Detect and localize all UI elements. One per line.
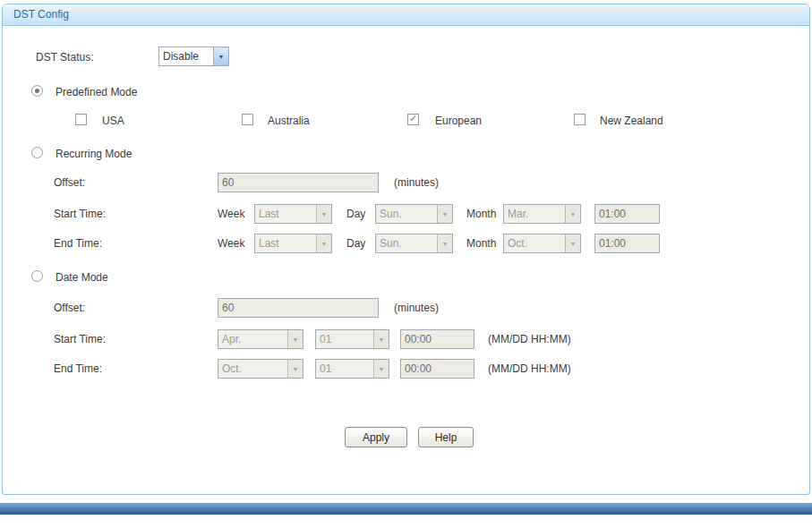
- date-start-time-input[interactable]: [400, 329, 474, 349]
- recurring-start-month-select[interactable]: Mar. ▼: [503, 204, 581, 224]
- recurring-end-month-label: Month: [466, 237, 496, 250]
- date-start-month-select[interactable]: Apr. ▼: [218, 329, 303, 349]
- recurring-end-week-value: Last: [255, 234, 316, 252]
- date-start-month-value: Apr.: [218, 330, 287, 348]
- date-end-day-value: 01: [316, 360, 373, 378]
- dst-status-select-value: Disable: [159, 47, 213, 65]
- predefined-mode-radio[interactable]: [31, 85, 43, 97]
- date-end-month-value: Oct.: [218, 360, 287, 378]
- date-mode-label: Date Mode: [56, 271, 108, 284]
- recurring-end-time-label: End Time:: [54, 237, 102, 250]
- date-end-day-select[interactable]: 01 ▼: [315, 359, 389, 379]
- date-start-format-hint: (MM/DD HH:MM): [488, 333, 571, 345]
- recurring-start-time-input[interactable]: [594, 204, 660, 224]
- chevron-down-icon: ▼: [373, 360, 389, 378]
- australia-checkbox[interactable]: ✓: [242, 114, 253, 125]
- recurring-offset-input[interactable]: [218, 173, 379, 192]
- check-icon: ✓: [409, 113, 417, 124]
- dst-status-label: DST Status:: [36, 51, 93, 64]
- date-end-format-hint: (MM/DD HH:MM): [488, 362, 571, 375]
- dst-status-select[interactable]: Disable ▼: [158, 47, 229, 66]
- date-end-month-select[interactable]: Oct. ▼: [218, 359, 303, 379]
- usa-label: USA: [102, 115, 124, 127]
- recurring-end-month-value: Oct.: [504, 234, 565, 252]
- new-zealand-checkbox[interactable]: ✓: [574, 114, 585, 125]
- date-start-day-select[interactable]: 01 ▼: [315, 329, 389, 349]
- recurring-end-month-select[interactable]: Oct. ▼: [503, 234, 581, 253]
- recurring-end-week-select[interactable]: Last ▼: [254, 234, 332, 253]
- recurring-offset-unit-label: (minutes): [394, 176, 439, 189]
- help-button[interactable]: Help: [418, 427, 474, 447]
- chevron-down-icon: ▼: [287, 330, 303, 348]
- recurring-start-week-value: Last: [255, 205, 316, 223]
- chevron-down-icon: ▼: [316, 205, 331, 223]
- date-mode-radio[interactable]: [31, 270, 43, 282]
- bottom-divider-bar: [0, 503, 812, 515]
- chevron-down-icon: ▼: [316, 234, 331, 252]
- recurring-start-day-select[interactable]: Sun. ▼: [375, 204, 453, 224]
- new-zealand-label: New Zealand: [600, 115, 663, 127]
- australia-label: Australia: [268, 115, 310, 127]
- date-offset-label: Offset:: [54, 302, 85, 314]
- recurring-start-day-value: Sun.: [376, 205, 437, 223]
- recurring-end-day-select[interactable]: Sun. ▼: [375, 234, 453, 253]
- recurring-mode-label: Recurring Mode: [56, 148, 132, 160]
- date-start-day-value: 01: [316, 330, 373, 348]
- recurring-end-day-value: Sun.: [376, 234, 437, 252]
- chevron-down-icon: ▼: [373, 330, 389, 348]
- recurring-start-day-label: Day: [346, 208, 365, 220]
- date-offset-input[interactable]: [218, 298, 379, 318]
- predefined-mode-label: Predefined Mode: [56, 86, 137, 98]
- chevron-down-icon: ▼: [287, 360, 303, 378]
- recurring-end-day-label: Day: [346, 237, 365, 250]
- recurring-start-month-label: Month: [466, 208, 496, 220]
- date-offset-unit-label: (minutes): [394, 302, 439, 314]
- dst-config-panel: DST Config DST Status: Disable ▼ Predefi…: [2, 4, 810, 495]
- european-label: European: [435, 115, 482, 127]
- apply-button[interactable]: Apply: [345, 427, 407, 447]
- recurring-end-time-input[interactable]: [594, 234, 660, 253]
- recurring-start-month-value: Mar.: [504, 205, 565, 223]
- usa-checkbox[interactable]: ✓: [75, 114, 87, 125]
- panel-header: DST Config: [3, 4, 809, 26]
- radio-dot: [35, 89, 39, 93]
- chevron-down-icon: ▼: [213, 47, 228, 65]
- date-end-time-label: End Time:: [54, 362, 102, 375]
- european-checkbox[interactable]: ✓: [407, 114, 419, 125]
- recurring-start-week-label: Week: [218, 208, 244, 220]
- date-end-time-input[interactable]: [400, 359, 474, 379]
- panel-title: DST Config: [13, 8, 69, 21]
- recurring-mode-radio[interactable]: [31, 147, 43, 158]
- recurring-end-week-label: Week: [218, 237, 244, 250]
- recurring-offset-label: Offset:: [54, 176, 85, 189]
- recurring-start-time-label: Start Time:: [54, 208, 106, 220]
- dst-config-page: { "panel": { "title": "DST Config" }, "i…: [0, 0, 812, 528]
- chevron-down-icon: ▼: [565, 205, 580, 223]
- chevron-down-icon: ▼: [437, 234, 452, 252]
- chevron-down-icon: ▼: [437, 205, 452, 223]
- recurring-start-week-select[interactable]: Last ▼: [254, 204, 332, 224]
- chevron-down-icon: ▼: [565, 234, 580, 252]
- date-start-time-label: Start Time:: [54, 333, 106, 345]
